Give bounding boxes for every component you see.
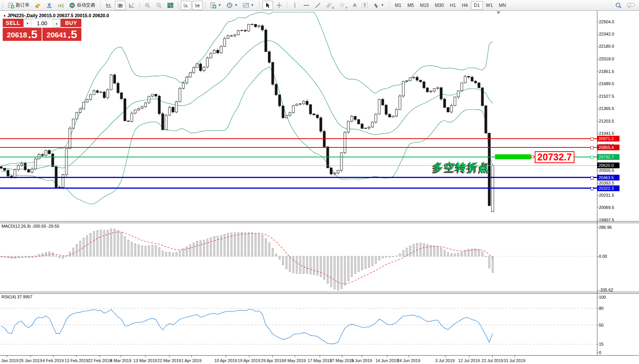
community-person-icon: [46, 2, 52, 8]
macd-histogram-bar: [461, 252, 463, 256]
line-handle[interactable]: [590, 156, 594, 159]
buy-price[interactable]: 20641 .5: [42, 28, 81, 41]
panel-divider[interactable]: [0, 292, 639, 292]
volume-increase-button[interactable]: ▲: [53, 19, 60, 28]
candle: [144, 103, 147, 107]
candle: [148, 96, 150, 103]
community-button[interactable]: [44, 1, 55, 10]
candle: [268, 52, 270, 62]
metaeditor-button[interactable]: [32, 1, 43, 10]
macd-histogram-bar: [275, 254, 277, 256]
sell-button[interactable]: SELL: [3, 19, 23, 28]
macd-histogram-bar: [76, 244, 78, 256]
fibonacci-tool-button[interactable]: F: [337, 1, 350, 10]
candle: [364, 128, 367, 128]
candle: [426, 88, 429, 92]
timeframe-d1[interactable]: D1: [471, 1, 483, 10]
date-axis-label: 22 Jul 2019: [482, 358, 503, 363]
date-axis-label: 13 Feb 2019: [65, 358, 88, 363]
templates-button[interactable]: ▼: [208, 1, 223, 10]
macd-histogram-bar: [392, 256, 394, 257]
chart-shift-button[interactable]: [192, 1, 203, 10]
candle: [361, 124, 363, 128]
candle: [227, 36, 229, 39]
price-callout-label[interactable]: 20732.7: [535, 151, 574, 163]
trendline-tool-button[interactable]: [312, 1, 323, 10]
new-order-button[interactable]: 新订单: [6, 1, 32, 10]
date-axis[interactable]: 16 Jan 201925 Jan 20194 Feb 201913 Feb 2…: [0, 356, 639, 364]
macd-histogram-bar: [104, 230, 105, 256]
horizontal-line-20463.5[interactable]: [0, 177, 597, 178]
macd-histogram-bar: [238, 232, 239, 256]
cursor-tool-button[interactable]: [262, 1, 273, 10]
indicators-button[interactable]: ▼: [241, 1, 256, 10]
chinese-annotation[interactable]: 多空转折点: [433, 160, 490, 175]
timeframe-m15[interactable]: M15: [417, 1, 432, 10]
date-tick: [320, 356, 320, 357]
macd-histogram-bar: [210, 238, 212, 256]
price-axis-label: 20231.5: [599, 193, 614, 197]
timeframe-w1[interactable]: W1: [483, 1, 496, 10]
crosshair-tool-button[interactable]: [274, 1, 285, 10]
timeframe-h1[interactable]: H1: [447, 1, 459, 10]
candle: [485, 106, 487, 133]
macd-histogram-bar: [138, 245, 139, 256]
signals-button[interactable]: [55, 1, 66, 10]
tile-windows-button[interactable]: [165, 1, 176, 10]
auto-scroll-button[interactable]: [181, 1, 191, 10]
date-axis-label: 8 May 2019: [284, 358, 306, 363]
horizontal-line-20971.2[interactable]: [0, 138, 597, 139]
timeframe-h4[interactable]: H4: [459, 1, 471, 10]
text-tool-button[interactable]: A: [351, 1, 359, 10]
toolbar-grip: [2, 2, 4, 9]
toolbar-grip: [99, 2, 102, 9]
chat-icon[interactable]: [627, 2, 635, 8]
arrows-tool-button[interactable]: ▼: [370, 1, 386, 10]
vertical-line-tool-button[interactable]: [290, 1, 300, 10]
date-axis-label: 4 Feb 2019: [42, 358, 64, 363]
candle: [303, 101, 305, 104]
candle: [416, 77, 418, 80]
candle: [65, 149, 68, 175]
zoom-in-button[interactable]: [142, 1, 153, 10]
macd-signal-line: [1, 232, 493, 284]
zoom-out-button[interactable]: [154, 1, 164, 10]
sell-price[interactable]: 20618 .5: [3, 28, 42, 41]
candle: [100, 92, 102, 92]
macd-histogram-bar: [396, 256, 397, 256]
search-icon[interactable]: [615, 2, 621, 8]
price-axis-label: 20555.5: [599, 168, 614, 173]
timeframe-m1[interactable]: M1: [392, 1, 404, 10]
volume-decrease-button[interactable]: ▼: [24, 19, 31, 28]
equidistant-channel-tool-button[interactable]: E: [324, 1, 336, 10]
periods-button[interactable]: ▼: [224, 1, 240, 10]
axis-tick: [597, 344, 599, 345]
candlestick-chart-button[interactable]: [115, 1, 126, 10]
collapse-panel-icon[interactable]: ▲: [3, 14, 6, 17]
buy-button[interactable]: BUY: [61, 19, 81, 28]
horizontal-line-tool-button[interactable]: [301, 1, 312, 10]
text-label-tool-button[interactable]: T: [359, 1, 370, 10]
candle: [41, 154, 44, 155]
bar-chart-button[interactable]: [104, 1, 114, 10]
timeframe-m5[interactable]: M5: [404, 1, 417, 10]
line-handle[interactable]: [590, 138, 594, 141]
candle: [481, 88, 484, 106]
timeframe-mn[interactable]: MN: [496, 1, 509, 10]
auto-scroll-icon: [183, 2, 189, 8]
line-chart-button[interactable]: [126, 1, 137, 10]
price-axis-label: 21041.5: [599, 131, 614, 136]
green-highlight-bar[interactable]: [495, 154, 531, 159]
horizontal-line-20855.4[interactable]: [0, 147, 597, 148]
macd-histogram-bar: [176, 252, 177, 256]
line-handle[interactable]: [590, 146, 594, 149]
volume-value[interactable]: 1.00: [31, 19, 53, 28]
horizontal-line-20322.3[interactable]: [0, 188, 597, 189]
macd-histogram-bar: [73, 248, 74, 256]
auto-trading-button[interactable]: 自动交易: [67, 1, 97, 10]
line-handle[interactable]: [590, 176, 594, 180]
line-handle[interactable]: [590, 187, 594, 190]
callout-anchor-square[interactable]: [531, 155, 534, 158]
panel-divider[interactable]: [0, 221, 639, 222]
timeframe-m30[interactable]: M30: [432, 1, 447, 10]
